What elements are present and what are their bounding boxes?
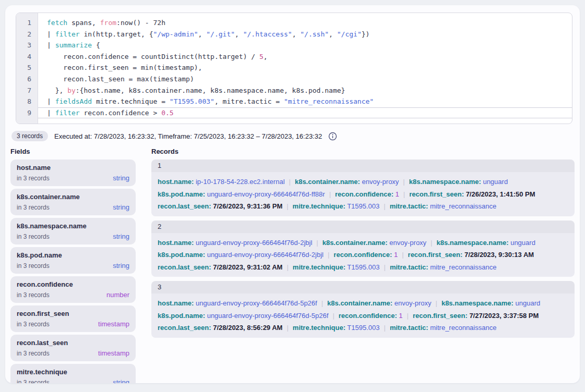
- code-token: {: [92, 41, 100, 49]
- field-type: string: [113, 232, 129, 241]
- record-index: 3: [151, 281, 575, 293]
- record-value: unguard-envoy-proxy-666464f76d-2jbjl: [207, 251, 324, 259]
- record-pair[interactable]: recon.last_seen: 7/28/2023, 9:31:02 AM: [158, 263, 282, 271]
- field-card[interactable]: mitre.techniquein 3 recordsstring: [10, 364, 136, 383]
- code-token: from: [100, 19, 116, 27]
- record-pair[interactable]: mitre.tactic: mitre_reconnaissance: [390, 263, 497, 271]
- record-pair[interactable]: recon.first_seen: 7/28/2023, 9:30:13 AM: [408, 251, 534, 259]
- field-count: in 3 records: [17, 262, 50, 270]
- record-pair[interactable]: k8s.namespace.name: unguard: [409, 178, 508, 186]
- code-line: | summarize {: [38, 40, 572, 51]
- record-value: envoy-proxy: [362, 178, 399, 186]
- status-bar: 3 records Executed at: 7/28/2023, 16:23:…: [11, 131, 575, 141]
- field-card[interactable]: recon.first_seenin 3 recordstimestamp: [10, 305, 136, 332]
- field-card[interactable]: k8s.pod.namein 3 recordsstring: [10, 247, 136, 274]
- code-token: ,: [329, 30, 337, 38]
- record-pair[interactable]: k8s.container.name: envoy-proxy: [295, 178, 399, 186]
- field-name: k8s.namespace.name: [17, 222, 129, 231]
- record-pair[interactable]: k8s.container.name: envoy-proxy: [323, 239, 426, 247]
- field-meta: in 3 recordstimestamp: [17, 349, 129, 358]
- record-value: mitre_reconnaissance: [430, 263, 496, 271]
- code-token: "/.git": [206, 30, 235, 38]
- record-pair[interactable]: recon.confidence: 1: [333, 251, 398, 259]
- info-icon[interactable]: [328, 132, 337, 141]
- field-type: number: [106, 291, 129, 299]
- line-number: 2: [16, 29, 38, 40]
- record-pair[interactable]: k8s.pod.name: unguard-envoy-proxy-666464…: [158, 312, 328, 320]
- code-token: , mitre.tactic =: [214, 97, 284, 105]
- code-line: | fieldsAdd mitre.technique = "T1595.003…: [38, 96, 572, 107]
- record-row: k8s.pod.name: unguard-envoy-proxy-666464…: [158, 310, 568, 322]
- code-lines: fetch spans, from:now() - 72h| filter in…: [38, 13, 572, 124]
- record-key: host.name:: [158, 299, 194, 307]
- record-key: k8s.container.name:: [295, 178, 360, 186]
- record-row: host.name: ip-10-178-54-228.ec2.internal…: [158, 176, 568, 188]
- record-pair[interactable]: mitre.technique: T1595.003: [293, 202, 380, 210]
- record-value: T1595.003: [347, 263, 379, 271]
- record-pair[interactable]: host.name: ip-10-178-54-228.ec2.internal: [158, 178, 285, 186]
- field-name: recon.first_seen: [17, 309, 129, 318]
- record-pair[interactable]: k8s.namespace.name: unguard: [437, 239, 535, 247]
- record-pair[interactable]: mitre.tactic: mitre_reconnaissance: [390, 202, 497, 210]
- record-pair[interactable]: k8s.container.name: envoy-proxy: [327, 299, 431, 307]
- code-token: 0.5: [161, 109, 173, 117]
- record-key: k8s.pod.name:: [158, 312, 205, 320]
- line-number: 9: [16, 107, 38, 119]
- record-pair[interactable]: recon.confidence: 1: [335, 190, 399, 198]
- pair-separator: |: [403, 190, 405, 198]
- field-card[interactable]: recon.confidencein 3 recordsnumber: [10, 276, 136, 303]
- record-pair[interactable]: recon.confidence: 1: [339, 312, 403, 320]
- code-line: recon.first_seen = min(timestamp),: [38, 62, 572, 74]
- code-line: fetch spans, from:now() - 72h: [38, 17, 572, 29]
- field-card[interactable]: recon.last_seenin 3 recordstimestamp: [10, 335, 136, 361]
- pair-separator: |: [286, 202, 288, 210]
- record-pair[interactable]: recon.last_seen: 7/28/2023, 8:56:29 AM: [158, 324, 282, 332]
- pair-separator: |: [431, 239, 432, 247]
- pair-separator: |: [332, 312, 334, 320]
- record-value: unguard: [516, 299, 541, 307]
- code-token: spans,: [67, 19, 100, 27]
- record-pair[interactable]: k8s.pod.name: unguard-envoy-proxy-666464…: [158, 251, 324, 259]
- code-token: "/cgi": [337, 30, 362, 38]
- code-line: | filter in(http.target, {"/wp-admin", "…: [38, 29, 572, 40]
- line-number: 6: [16, 74, 38, 85]
- record-value: unguard-envoy-proxy-666464f76d-2jbjl: [196, 239, 312, 247]
- field-count: in 3 records: [17, 203, 50, 212]
- field-count: in 3 records: [17, 232, 50, 241]
- record-pair[interactable]: k8s.pod.name: unguard-envoy-proxy-666464…: [158, 190, 325, 198]
- record-pair[interactable]: recon.first_seen: 7/27/2023, 3:37:58 PM: [413, 312, 539, 320]
- record-pair[interactable]: mitre.technique: T1595.003: [293, 263, 380, 271]
- record-pair[interactable]: recon.first_seen: 7/26/2023, 1:41:50 PM: [409, 190, 535, 198]
- pair-separator: |: [289, 178, 291, 186]
- record-pair[interactable]: mitre.tactic: mitre_reconnaissance: [390, 324, 497, 332]
- pair-separator: |: [407, 312, 409, 320]
- field-count: in 3 records: [17, 320, 50, 328]
- code-token: by: [67, 87, 76, 94]
- record-pair[interactable]: mitre.technique: T1595.003: [293, 324, 380, 332]
- record-pair[interactable]: k8s.namespace.name: unguard: [441, 299, 540, 307]
- code-token: fieldsAdd: [55, 97, 92, 105]
- field-name: recon.last_seen: [17, 338, 129, 348]
- record-pair[interactable]: host.name: unguard-envoy-proxy-666464f76…: [158, 239, 312, 247]
- record-key: recon.confidence:: [335, 190, 393, 198]
- code-token: |: [47, 41, 55, 49]
- pair-separator: |: [436, 299, 437, 307]
- record-key: recon.last_seen:: [158, 324, 211, 332]
- line-number: 3: [16, 40, 38, 51]
- record-pair[interactable]: recon.last_seen: 7/26/2023, 9:31:36 PM: [158, 202, 282, 210]
- field-card[interactable]: host.namein 3 recordsstring: [10, 160, 136, 186]
- results-area: Fields host.namein 3 recordsstringk8s.co…: [10, 148, 575, 383]
- code-token: ,: [235, 30, 243, 38]
- pair-separator: |: [384, 324, 386, 332]
- record-value: unguard: [510, 239, 535, 247]
- record-key: k8s.namespace.name:: [437, 239, 509, 247]
- record-key: recon.first_seen:: [409, 190, 464, 198]
- record-value: 1: [396, 190, 399, 198]
- code-token: }): [362, 30, 370, 38]
- field-card[interactable]: k8s.container.namein 3 recordsstring: [10, 189, 136, 215]
- field-type: string: [113, 378, 129, 383]
- field-card[interactable]: k8s.namespace.namein 3 recordsstring: [10, 218, 136, 244]
- code-token: filter: [55, 30, 80, 38]
- query-editor[interactable]: 123456789 fetch spans, from:now() - 72h|…: [16, 13, 572, 124]
- record-pair[interactable]: host.name: unguard-envoy-proxy-666464f76…: [158, 299, 317, 307]
